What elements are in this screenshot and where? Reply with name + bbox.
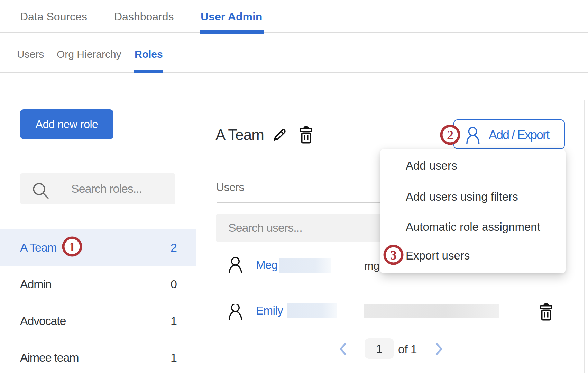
- svg-text:1: 1: [69, 239, 75, 254]
- svg-text:2: 2: [447, 128, 453, 142]
- svg-text:3: 3: [390, 248, 397, 262]
